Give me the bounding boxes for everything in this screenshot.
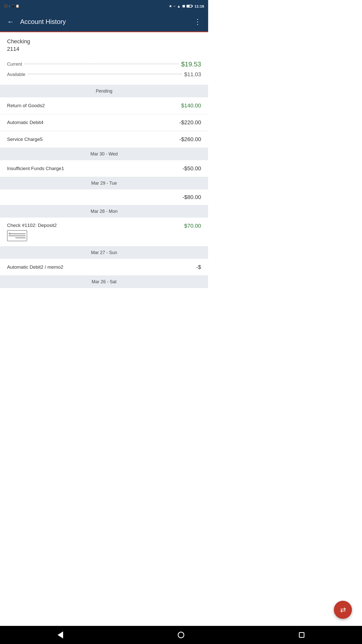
account-info: Checking 2114 <box>0 32 208 57</box>
available-dots <box>28 74 182 74</box>
top-nav-bar: ← Account History ⋮ <box>0 12 208 32</box>
transaction-amount: -$220.00 <box>179 119 201 126</box>
transaction-row[interactable]: Automatic Debit2 / memo2 -$ <box>0 259 208 276</box>
current-amount: $19.53 <box>181 60 201 68</box>
page-title: Account History <box>20 18 192 26</box>
sim-icon: ▦ <box>182 4 185 8</box>
transaction-amount: $70.00 <box>184 223 201 229</box>
date-section-header: Mar 30 - Wed <box>0 148 208 160</box>
transaction-label: Return of Goods2 <box>7 103 181 108</box>
more-options-button[interactable]: ⋮ <box>192 16 203 27</box>
signal-icon: − <box>173 4 175 8</box>
date-section-header: Mar 29 - Tue <box>0 177 208 189</box>
balance-section: Current $19.53 Available $11.03 <box>0 57 208 85</box>
transaction-row[interactable]: -$80.00 <box>0 189 208 205</box>
bluetooth-icon: ★ <box>169 4 172 8</box>
battery-icon <box>187 5 192 8</box>
status-bar-right: ★ − ▲ ▦ 11:16 <box>169 4 204 8</box>
available-label: Available <box>7 72 25 77</box>
account-number: 2114 <box>7 46 201 52</box>
transaction-row[interactable]: Check #1102: Deposit2 $ $70.00 <box>0 218 208 247</box>
transaction-label: Check #1102: Deposit2 <box>7 223 57 228</box>
transaction-label: Automatic Debit2 / memo2 <box>7 264 196 270</box>
available-amount: $11.03 <box>184 71 201 78</box>
back-button[interactable]: ← <box>5 16 16 27</box>
pending-section-header: Pending <box>0 85 208 97</box>
date-section-header: Mar 28 - Mon <box>0 205 208 218</box>
transaction-amount: $140.00 <box>181 102 201 109</box>
current-balance-row: Current $19.53 <box>7 60 201 68</box>
date-section-header: Mar 27 - Sun <box>0 247 208 259</box>
status-bar: ⬛ ↓ 📱 📋 ★ − ▲ ▦ 11:16 <box>0 0 208 12</box>
transaction-row[interactable]: Insufficient Funds Charge1 -$50.00 <box>0 160 208 177</box>
transaction-label: Automatic Debit4 <box>7 120 179 125</box>
transaction-left: Check #1102: Deposit2 $ <box>7 223 57 241</box>
transaction-row[interactable]: Automatic Debit4 -$220.00 <box>0 114 208 131</box>
notification-icons: ⬛ ↓ 📱 📋 <box>4 4 19 8</box>
transaction-amount: -$50.00 <box>182 165 201 172</box>
wifi-icon: ▲ <box>177 4 181 8</box>
transaction-amount: -$80.00 <box>182 194 201 200</box>
transaction-label: Service Charge5 <box>7 137 179 142</box>
transaction-label: Insufficient Funds Charge1 <box>7 166 182 171</box>
transaction-amount: -$260.00 <box>179 136 201 143</box>
check-icon: $ <box>7 230 27 241</box>
transaction-row[interactable]: Service Charge5 -$260.00 <box>0 131 208 148</box>
current-dots <box>25 64 178 64</box>
account-name: Checking <box>7 38 201 45</box>
available-balance-row: Available $11.03 <box>7 71 201 78</box>
transaction-row[interactable]: Return of Goods2 $140.00 <box>0 97 208 114</box>
status-bar-left: ⬛ ↓ 📱 📋 <box>4 4 19 8</box>
current-label: Current <box>7 62 22 67</box>
transaction-amount: -$ <box>196 264 201 270</box>
status-time: 11:16 <box>195 4 204 8</box>
date-section-header: Mar 26 - Sat <box>0 276 208 288</box>
